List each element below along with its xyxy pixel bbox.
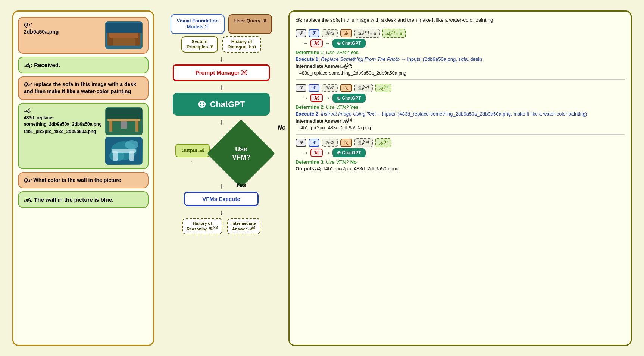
step3-badge-q: 𝒬₂ bbox=[340, 139, 352, 147]
bottom-boxes: History ofReasoning ℛᵢ(<j) IntermediateA… bbox=[158, 218, 285, 234]
query-box: User Query 𝒬ᵢ bbox=[228, 14, 272, 34]
step1-badge-m: ℳ bbox=[310, 39, 323, 47]
step1-badge-h: ℋ<2 bbox=[322, 29, 338, 37]
q1-bubble: Q₁: 2db9a50a.png bbox=[18, 17, 149, 54]
yes-label: Yes bbox=[236, 182, 246, 189]
step3-badge-r: ℛ₂(<3) bbox=[354, 138, 373, 147]
step2-badge-f: ℱ bbox=[309, 84, 319, 92]
step1-determine: Determine 1: Use VFM? Yes bbox=[296, 50, 625, 55]
use-vfm-text: UseVFM? bbox=[232, 146, 250, 162]
middle-panel: Visual Foundation Models ℱ User Query 𝒬ᵢ… bbox=[158, 10, 285, 346]
a1-bubble: 𝒜₁: Received. bbox=[18, 57, 149, 73]
step1-intermediate-label: Intermediate Answer𝒜₂(2): bbox=[296, 63, 625, 69]
a2-image-watercolor bbox=[105, 137, 143, 165]
q3-bubble: Q₃: What color is the wall in the pictur… bbox=[18, 172, 149, 189]
history-reasoning-box: History ofReasoning ℛᵢ(<j) bbox=[182, 218, 222, 234]
arrow-to-bottom: ↓ bbox=[219, 208, 223, 216]
q2-bubble: Q₂: replace the sofa in this image with … bbox=[18, 76, 149, 100]
q2-text: replace the sofa in this image with a de… bbox=[24, 81, 136, 95]
step3-badge-p: 𝒫 bbox=[296, 139, 306, 147]
q3-label: Q₃: bbox=[24, 177, 32, 183]
right-query-text: replace the sofa in this image with a de… bbox=[304, 17, 493, 23]
step3-chatgpt: ⊕ ChatGPT bbox=[332, 148, 366, 157]
step3-arrow2: → bbox=[325, 150, 330, 156]
step1-badge-q: 𝒬₂ bbox=[340, 29, 352, 37]
left-panel: Q₁: 2db9a50a.png 𝒜₁: Received. Q₂ bbox=[12, 10, 154, 346]
vfms-execute-box: VFMs Execute bbox=[184, 192, 259, 206]
intermediate-answer-label: IntermediateAnswer 𝒜ᵢ(j) bbox=[231, 221, 256, 231]
step2-intermediate-label: Intermediate Answer 𝒜₂(3): bbox=[296, 118, 625, 124]
a2-text1: 483d_replace-something_2db9a50a_2db9a50a… bbox=[24, 115, 102, 127]
vfm-label: Visual Foundation bbox=[176, 18, 218, 24]
step2-badge-a: 𝒜₂(2) bbox=[375, 84, 391, 92]
top-boxes: Visual Foundation Models ℱ User Query 𝒬ᵢ bbox=[158, 14, 285, 34]
no-label: No bbox=[278, 125, 285, 131]
arrow-to-prompt: ↓ bbox=[219, 55, 223, 62]
step3-badge-a: 𝒜₂(3) bbox=[375, 138, 391, 147]
step3-badges-row: 𝒫 ℱ ℋ<2 𝒬₂ ℛ₂(<3) 𝒜₂(3) bbox=[296, 138, 625, 147]
step1-badge-p: 𝒫 bbox=[296, 29, 306, 37]
step1-execute: Execute 1: Replace Something From The Ph… bbox=[296, 56, 625, 62]
step1-intermediate-value: 483d_replace-something_2db9a50a_2db9a50a… bbox=[296, 70, 625, 76]
step2-arrow2: → bbox=[325, 95, 330, 101]
a3-bubble: 𝒜₃: The wall in the picture is blue. bbox=[18, 191, 149, 208]
right-query-q: 𝒬₂: bbox=[296, 17, 303, 23]
q1-filename: 2db9a50a.png bbox=[24, 29, 59, 35]
step1-badge-f: ℱ bbox=[309, 29, 319, 37]
a3-label: 𝒜₃: bbox=[24, 196, 34, 203]
a3-text: The wall in the picture is blue. bbox=[34, 196, 113, 203]
system-label2: Principles 𝒫 bbox=[187, 44, 213, 50]
output-box: Output 𝒜ᵢ bbox=[175, 144, 209, 157]
a2-label: 𝒜₂: bbox=[24, 107, 102, 114]
step3-badge-m: ℳ bbox=[310, 149, 323, 157]
vfm-box: Visual Foundation Models ℱ bbox=[171, 14, 224, 34]
chatgpt-label: ChatGPT bbox=[210, 100, 245, 109]
step2-chatgpt: ⊕ ChatGPT bbox=[332, 94, 366, 103]
step3-determine: Determine 3: Use VFM? No bbox=[296, 159, 625, 165]
intermediate-answer-box: IntermediateAnswer 𝒜ᵢ(j) bbox=[227, 218, 260, 234]
step2-badge-p: 𝒫 bbox=[296, 84, 306, 92]
svg-rect-7 bbox=[107, 119, 140, 121]
step3-flow-row: → ℳ → ⊕ ChatGPT bbox=[296, 148, 625, 157]
svg-rect-10 bbox=[121, 121, 127, 129]
system-label: System bbox=[187, 39, 213, 44]
divider2 bbox=[296, 134, 625, 135]
system-box: System Principles 𝒫 bbox=[181, 36, 218, 53]
step2-intermediate-value: f4b1_pix2pix_483d_2db9a50a.png bbox=[296, 125, 625, 130]
step3-badge-h: ℋ<2 bbox=[322, 139, 338, 147]
output-label: Output 𝒜ᵢ bbox=[181, 148, 203, 153]
q1-image bbox=[105, 21, 143, 49]
step1-badge-a: 𝒜₂(1) = ϕ bbox=[382, 29, 406, 38]
step2-badge-m: ℳ bbox=[310, 94, 323, 102]
history-dialogue-box: History of Dialogue ℋ<i bbox=[222, 36, 261, 53]
a2-bubble: 𝒜₂: 483d_replace-something_2db9a50a_2db9… bbox=[18, 103, 149, 169]
prompt-manager-box: Prompt Manager ℳ bbox=[173, 64, 270, 81]
history-dialogue-label2: Dialogue ℋ<i bbox=[228, 44, 256, 50]
q1-label: Q₁: bbox=[24, 22, 32, 28]
step2-execute: Execute 2: Instruct Image Using Text→ In… bbox=[296, 111, 625, 117]
step1-flow-row: → ℳ → ⊕ ChatGPT bbox=[296, 39, 625, 48]
vfms-execute-label: VFMs Execute bbox=[202, 196, 240, 202]
chatgpt-box: ⊕ ChatGPT bbox=[173, 93, 270, 116]
main-container: Q₁: 2db9a50a.png 𝒜₁: Received. Q₂ bbox=[9, 7, 635, 350]
step2-section: 𝒫 ℱ ℋ<2 𝒬₂ ℛ₂(<2) 𝒜₂(2) → ℳ → ⊕ ChatGPT … bbox=[296, 84, 625, 130]
svg-rect-18 bbox=[112, 149, 136, 153]
svg-rect-9 bbox=[135, 121, 138, 132]
step2-arrow1: → bbox=[303, 95, 308, 101]
arrow-to-vfms: ↓ bbox=[219, 182, 223, 189]
prompt-manager-label: Prompt Manager ℳ bbox=[196, 69, 247, 76]
step1-arrow2: → bbox=[325, 40, 330, 46]
query-label: User Query 𝒬ᵢ bbox=[234, 18, 266, 24]
vfm-label2: Models ℱ bbox=[176, 24, 218, 30]
step2-flow-row: → ℳ → ⊕ ChatGPT bbox=[296, 94, 625, 103]
mid-boxes: System Principles 𝒫 History of Dialogue … bbox=[158, 36, 285, 53]
step2-determine: Determine 2: Use VFM? Yes bbox=[296, 104, 625, 110]
use-vfm-diamond: UseVFM? No Yes bbox=[215, 127, 267, 180]
step3-section: 𝒫 ℱ ℋ<2 𝒬₂ ℛ₂(<3) 𝒜₂(3) → ℳ → ⊕ ChatGPT … bbox=[296, 138, 625, 172]
step3-outputs: Outputs 𝒜₂: f4b1_pix2pix_483d_2db9a50a.p… bbox=[296, 166, 625, 172]
a2-image-desk bbox=[105, 107, 143, 135]
step1-badge-r: ℛ₂(<1) = ϕ bbox=[354, 29, 380, 38]
step1-badges-row: 𝒫 ℱ ℋ<2 𝒬₂ ℛ₂(<1) = ϕ 𝒜₂(1) = ϕ bbox=[296, 29, 625, 38]
divider1 bbox=[296, 79, 625, 80]
history-reasoning-label: History ofReasoning ℛᵢ(<j) bbox=[187, 221, 218, 231]
